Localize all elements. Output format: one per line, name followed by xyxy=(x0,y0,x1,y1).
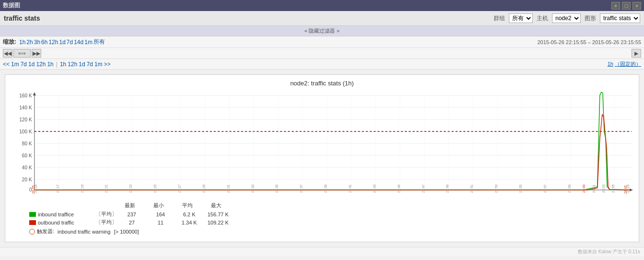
svg-text:140 K: 140 K xyxy=(19,105,32,110)
scroll-controls[interactable]: ◀◀ ⟺ ▶▶ xyxy=(3,49,41,58)
svg-text:22:33: 22:33 xyxy=(251,184,254,193)
nav-12h-fwd[interactable]: 12h xyxy=(68,61,77,68)
trigger-label: 触发器: xyxy=(37,228,54,235)
svg-text:160 K: 160 K xyxy=(19,93,32,98)
inbound-color xyxy=(29,212,36,217)
chart-container: 160 K 140 K 120 K 100 K 80 K 60 K 40 K 2… xyxy=(10,91,634,196)
nav-7d-back[interactable]: 7d xyxy=(21,61,27,68)
add-icon[interactable]: + xyxy=(611,2,620,10)
inbound-min: 164 xyxy=(146,212,175,217)
svg-text:22:23: 22:23 xyxy=(129,184,132,193)
legend: 最新 最小 平均 最大 inbound traffice 〔平均〕 237 16… xyxy=(10,200,634,237)
outbound-tag: 〔平均〕 xyxy=(95,219,117,226)
inbound-tag: 〔平均〕 xyxy=(95,211,117,218)
svg-text:22:59: 22:59 xyxy=(568,184,571,193)
nav-prev-prev[interactable]: << xyxy=(3,61,10,68)
svg-marker-20 xyxy=(630,189,633,191)
footer: 数据来自 Kalow 产生于 0.11s xyxy=(0,247,644,256)
nav-1h-fwd[interactable]: 1h xyxy=(60,61,66,68)
zoom-14d[interactable]: 14d xyxy=(74,39,83,46)
time-range-text: 2015-05-26 22:15:55 – 2015-05-26 23:15:5… xyxy=(537,39,641,45)
outbound-max: 109.22 K xyxy=(204,220,232,225)
svg-marker-19 xyxy=(33,92,36,95)
outbound-name: outbound traffic xyxy=(38,220,95,225)
svg-text:22:29: 22:29 xyxy=(202,184,206,193)
svg-text:22:35: 22:35 xyxy=(275,184,278,193)
legend-row-outbound: outbound traffic 〔平均〕 27 11 1.34 K 109.2… xyxy=(29,219,615,226)
zoom-3h[interactable]: 3h xyxy=(34,39,40,46)
nav-12h-back[interactable]: 12h xyxy=(36,61,46,68)
zoom-7d[interactable]: 7d xyxy=(67,39,73,46)
zoom-1m[interactable]: 1m xyxy=(84,39,92,46)
restore-icon[interactable]: □ xyxy=(622,2,631,10)
separator: | xyxy=(56,61,58,68)
chart-area: node2: traffic stats (1h) 160 K 140 K 12… xyxy=(5,74,639,242)
header-controls: 群组 所有 主机 node2 图形 traffic stats xyxy=(494,13,640,23)
svg-text:22:53: 22:53 xyxy=(494,184,498,193)
zoom-1h[interactable]: 1h xyxy=(19,39,25,46)
outbound-latest: 27 xyxy=(117,220,146,225)
svg-text:80 K: 80 K xyxy=(22,141,32,146)
zoom-12h[interactable]: 12h xyxy=(48,39,58,46)
svg-text:22:15: 22:15 xyxy=(34,184,37,193)
subnav-links: << 1m 7d 1d 12h 1h | 1h 12h 1d 7d 1m >> xyxy=(3,61,111,68)
svg-text:22:51: 22:51 xyxy=(470,184,473,193)
zoom-label: 缩放: xyxy=(3,38,16,46)
trigger-icon xyxy=(29,229,35,235)
top-bar: 数据图 + □ × xyxy=(0,0,644,11)
page-title: traffic stats xyxy=(4,14,40,22)
svg-text:22:25: 22:25 xyxy=(153,184,157,193)
inbound-name: inbound traffice xyxy=(38,212,95,217)
nav-arrows: ◀◀ ⟺ ▶▶ ▶ xyxy=(0,48,644,59)
nav-7d-fwd[interactable]: 7d xyxy=(87,61,93,68)
outbound-color xyxy=(29,220,36,225)
nav-1m-fwd[interactable]: 1m xyxy=(94,61,103,68)
group-select[interactable]: 所有 xyxy=(509,13,533,23)
close-icon[interactable]: × xyxy=(632,2,641,10)
svg-text:22:37: 22:37 xyxy=(299,184,303,193)
zoom-all[interactable]: 所有 xyxy=(93,38,105,46)
nav-next-next[interactable]: >> xyxy=(104,61,111,68)
svg-text:23:01: 23:01 xyxy=(592,184,596,193)
nav-1d-fwd[interactable]: 1d xyxy=(79,61,85,68)
outbound-avg: 1.34 K xyxy=(175,220,204,225)
trigger-name: inbound traffic warning xyxy=(56,229,111,235)
svg-text:23:05: 23:05 xyxy=(611,184,615,193)
zoom-1d[interactable]: 1d xyxy=(59,39,65,46)
host-label: 主机 xyxy=(537,14,548,23)
svg-text:120 K: 120 K xyxy=(19,117,32,122)
graph-select[interactable]: traffic stats xyxy=(600,13,640,23)
svg-text:22:41: 22:41 xyxy=(348,184,352,193)
svg-text:22:43: 22:43 xyxy=(373,184,376,193)
chart-svg: 160 K 140 K 120 K 100 K 80 K 60 K 40 K 2… xyxy=(10,91,634,196)
trigger-condition: [> 100000] xyxy=(113,229,139,235)
svg-text:22:17: 22:17 xyxy=(56,184,59,193)
next-button[interactable]: ▶▶ xyxy=(32,49,41,58)
legend-row-inbound: inbound traffice 〔平均〕 237 164 6.2 K 156.… xyxy=(29,211,615,218)
svg-text:23:15: 23:15 xyxy=(626,184,630,193)
host-select[interactable]: node2 xyxy=(552,13,581,23)
svg-text:20 K: 20 K xyxy=(22,177,32,182)
zoom-6h[interactable]: 6h xyxy=(41,39,47,46)
svg-text:22:57: 22:57 xyxy=(543,184,547,193)
window-controls[interactable]: + □ × xyxy=(611,2,641,10)
svg-text:23:00: 23:00 xyxy=(582,184,586,193)
footer-text: 数据来自 Kalow 产生于 0.11s xyxy=(578,249,640,254)
graph-label: 图形 xyxy=(585,14,596,23)
fixed-text[interactable]: （固定的） xyxy=(615,61,641,67)
zoom-2h[interactable]: 2h xyxy=(26,39,33,46)
col-min: 最小 xyxy=(144,202,173,209)
group-label: 群组 xyxy=(494,14,505,23)
nav-1m-back[interactable]: 1m xyxy=(11,61,19,68)
filter-bar[interactable]: « 隐藏过滤器 » xyxy=(0,26,644,36)
prev-button[interactable]: ◀◀ xyxy=(3,49,12,58)
col-latest: 最新 xyxy=(115,202,144,209)
nav-1d-back[interactable]: 1d xyxy=(28,61,34,68)
svg-text:22:47: 22:47 xyxy=(422,184,425,193)
svg-text:22:55: 22:55 xyxy=(519,184,522,193)
zoom-controls: 缩放: 1h 2h 3h 6h 12h 1d 7d 14d 1m 所有 xyxy=(3,38,105,46)
svg-text:22:27: 22:27 xyxy=(178,184,181,193)
nav-1h-back[interactable]: 1h xyxy=(47,61,53,68)
right-arrow[interactable]: ▶ xyxy=(632,49,641,58)
scroll-button[interactable]: ⟺ xyxy=(13,49,31,58)
